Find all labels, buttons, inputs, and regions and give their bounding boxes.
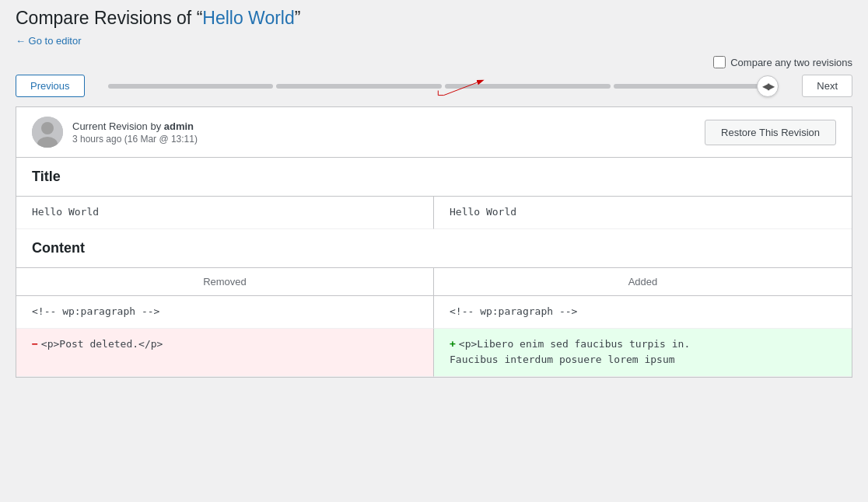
diff-plus-icon: + <box>450 338 456 350</box>
diff-cell-added: +<p>Libero enim sed faucibus turpis in.F… <box>434 329 852 378</box>
revision-slider-track[interactable]: ◀▶ <box>108 84 779 89</box>
diff-title-right: Hello World <box>434 197 852 229</box>
diff-content-row-changed: −<p>Post deleted.</p> +<p>Libero enim se… <box>16 329 852 378</box>
diff-minus-icon: − <box>32 338 38 350</box>
revision-label: Current Revision by admin <box>72 120 198 132</box>
revision-header: Current Revision by admin 3 hours ago (1… <box>16 106 852 157</box>
removed-column-header: Removed <box>16 268 434 295</box>
revision-author-info: Current Revision by admin 3 hours ago (1… <box>32 117 198 148</box>
revision-author-name: admin <box>164 120 194 132</box>
next-button[interactable]: Next <box>802 75 852 97</box>
slider-segment-3 <box>445 84 611 89</box>
compare-two-revisions-checkbox[interactable] <box>713 56 726 68</box>
diff-title-left-value: Hello World <box>32 206 99 218</box>
diff-content-row-unchanged: <!-- wp:paragraph --> <!-- wp:paragraph … <box>16 296 852 329</box>
revision-info: Current Revision by admin 3 hours ago (1… <box>72 120 198 145</box>
avatar <box>32 117 63 148</box>
title-suffix: ” <box>295 8 301 28</box>
post-title-link[interactable]: Hello World <box>202 8 294 28</box>
svg-point-5 <box>41 122 54 134</box>
diff-title-rows: Hello World Hello World <box>16 197 852 229</box>
back-to-editor-link[interactable]: ← Go to editor <box>16 35 82 47</box>
diff-title-right-value: Hello World <box>450 206 516 218</box>
restore-revision-button[interactable]: Restore This Revision <box>705 120 836 145</box>
content-diff-column-headers: Removed Added <box>16 268 852 296</box>
diff-cell-removed: −<p>Post deleted.</p> <box>16 329 434 378</box>
compare-two-revisions-label[interactable]: Compare any two revisions <box>713 56 852 68</box>
revision-nav-bar: Previous ◀▶ Next <box>16 75 852 97</box>
slider-segment-2 <box>276 84 442 89</box>
slider-segment-4 <box>614 84 779 89</box>
diff-cell-unchanged-left: <!-- wp:paragraph --> <box>16 296 434 329</box>
slider-segment-1 <box>108 84 274 89</box>
title-prefix: Compare Revisions of “ <box>16 8 202 28</box>
slider-thumb-arrows-icon: ◀▶ <box>762 81 773 92</box>
page-title: Compare Revisions of “Hello World” <box>16 8 852 29</box>
revision-label-text: Current Revision by <box>72 120 164 132</box>
diff-title-section-header: Title <box>16 158 852 197</box>
slider-thumb[interactable]: ◀▶ <box>757 75 779 97</box>
top-bar: Compare any two revisions <box>16 56 852 68</box>
previous-button[interactable]: Previous <box>16 75 85 97</box>
diff-content-section-header: Content <box>16 229 852 268</box>
diff-cell-unchanged-right: <!-- wp:paragraph --> <box>434 296 852 329</box>
revision-time: 3 hours ago (16 Mar @ 13:11) <box>72 134 198 145</box>
compare-two-revisions-text: Compare any two revisions <box>730 57 852 68</box>
added-column-header: Added <box>434 268 852 295</box>
diff-table: Title Hello World Hello World Content Re… <box>16 157 852 378</box>
revision-slider-area: ◀▶ <box>85 84 803 89</box>
diff-title-left: Hello World <box>16 197 434 229</box>
